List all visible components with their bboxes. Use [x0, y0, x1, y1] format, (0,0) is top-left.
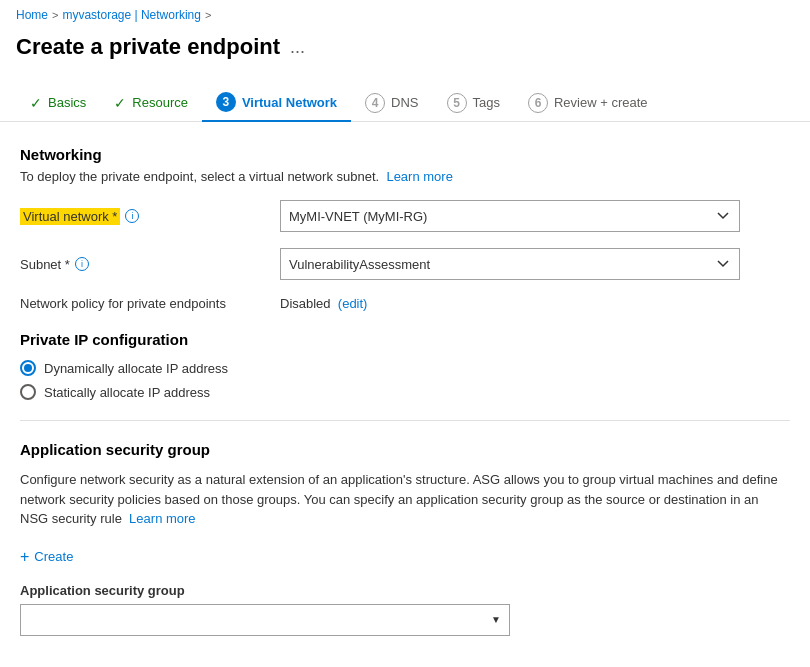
step-dns[interactable]: 4 DNS — [351, 85, 432, 121]
private-ip-title: Private IP configuration — [20, 331, 790, 348]
basics-check-icon: ✓ — [30, 95, 42, 111]
static-ip-option[interactable]: Statically allocate IP address — [20, 384, 790, 400]
static-ip-label: Statically allocate IP address — [44, 385, 210, 400]
main-content: Networking To deploy the private endpoin… — [0, 122, 810, 660]
tags-step-num: 5 — [447, 93, 467, 113]
asg-desc: Configure network security as a natural … — [20, 470, 790, 529]
subnet-label: Subnet * i — [20, 257, 280, 272]
virtual-network-label: Virtual network * i — [20, 208, 280, 225]
asg-dropdown[interactable]: ▼ — [20, 604, 510, 636]
step-review-label: Review + create — [554, 95, 648, 110]
resource-check-icon: ✓ — [114, 95, 126, 111]
private-ip-radio-group: Dynamically allocate IP address Statical… — [20, 360, 790, 400]
plus-icon: + — [20, 549, 29, 565]
virtual-network-select[interactable]: MyMI-VNET (MyMI-RG) — [280, 200, 740, 232]
review-step-num: 6 — [528, 93, 548, 113]
vnet-step-num: 3 — [216, 92, 236, 112]
dynamic-ip-label: Dynamically allocate IP address — [44, 361, 228, 376]
subnet-select[interactable]: VulnerabilityAssessment — [280, 248, 740, 280]
policy-label: Network policy for private endpoints — [20, 296, 280, 311]
dynamic-ip-radio[interactable] — [20, 360, 36, 376]
virtual-network-label-text: Virtual network * — [20, 208, 120, 225]
networking-desc: To deploy the private endpoint, select a… — [20, 169, 790, 184]
asg-section-title: Application security group — [20, 441, 790, 458]
asg-create-button[interactable]: + Create — [20, 545, 73, 569]
breadcrumb: Home > myvastorage | Networking > — [0, 0, 810, 30]
step-basics[interactable]: ✓ Basics — [16, 87, 100, 119]
section-divider — [20, 420, 790, 421]
subnet-control: VulnerabilityAssessment — [280, 248, 790, 280]
page-title: Create a private endpoint — [16, 34, 280, 60]
step-basics-label: Basics — [48, 95, 86, 110]
breadcrumb-sep1: > — [52, 9, 58, 21]
create-label: Create — [34, 549, 73, 564]
dns-step-num: 4 — [365, 93, 385, 113]
breadcrumb-sep2: > — [205, 9, 211, 21]
page-title-row: Create a private endpoint ... — [0, 30, 810, 76]
subnet-label-text: Subnet * — [20, 257, 70, 272]
breadcrumb-home[interactable]: Home — [16, 8, 48, 22]
breadcrumb-myva[interactable]: myvastorage | Networking — [62, 8, 201, 22]
asg-chevron-icon: ▼ — [491, 614, 501, 625]
step-resource-label: Resource — [132, 95, 188, 110]
step-resource[interactable]: ✓ Resource — [100, 87, 202, 119]
step-virtual-network[interactable]: 3 Virtual Network — [202, 84, 351, 122]
step-dns-label: DNS — [391, 95, 418, 110]
network-policy-row: Network policy for private endpoints Dis… — [20, 296, 790, 311]
virtual-network-control: MyMI-VNET (MyMI-RG) — [280, 200, 790, 232]
learn-more-link-1[interactable]: Learn more — [386, 169, 452, 184]
step-tags-label: Tags — [473, 95, 500, 110]
asg-learn-more-link[interactable]: Learn more — [129, 511, 195, 526]
step-tags[interactable]: 5 Tags — [433, 85, 514, 121]
policy-edit-link[interactable]: (edit) — [338, 296, 368, 311]
networking-section-title: Networking — [20, 146, 790, 163]
subnet-row: Subnet * i VulnerabilityAssessment — [20, 248, 790, 280]
asg-field-label: Application security group — [20, 583, 790, 598]
subnet-info-icon[interactable]: i — [75, 257, 89, 271]
more-options-icon[interactable]: ... — [290, 37, 305, 58]
virtual-network-info-icon[interactable]: i — [125, 209, 139, 223]
static-ip-radio[interactable] — [20, 384, 36, 400]
step-review[interactable]: 6 Review + create — [514, 85, 662, 121]
policy-value: Disabled (edit) — [280, 296, 367, 311]
virtual-network-row: Virtual network * i MyMI-VNET (MyMI-RG) — [20, 200, 790, 232]
step-vnet-label: Virtual Network — [242, 95, 337, 110]
dynamic-ip-option[interactable]: Dynamically allocate IP address — [20, 360, 790, 376]
wizard-steps: ✓ Basics ✓ Resource 3 Virtual Network 4 … — [0, 76, 810, 122]
